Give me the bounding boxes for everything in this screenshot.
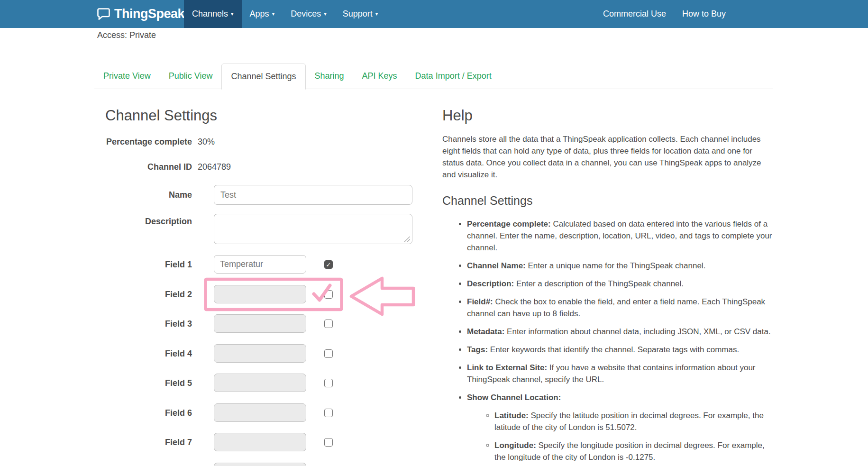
field-3-row: Field 3 bbox=[105, 314, 432, 333]
field-5-label: Field 5 bbox=[105, 374, 192, 393]
help-bullet-term: Description: bbox=[467, 279, 514, 288]
help-bullet-term: Tags: bbox=[467, 345, 488, 354]
tab-sharing[interactable]: Sharing bbox=[306, 64, 353, 89]
nav-item-how-to-buy[interactable]: How to Buy bbox=[674, 0, 734, 28]
channel-settings-form: Channel Settings Percentage complete 30%… bbox=[105, 103, 432, 466]
field-7-input bbox=[214, 433, 306, 451]
caret-down-icon: ▾ bbox=[375, 11, 378, 17]
help-bullet-sub-latitude: Latitude: Specify the latitude position … bbox=[494, 410, 773, 433]
field-3-checkbox[interactable] bbox=[324, 320, 333, 328]
help-bullet-term: Metadata: bbox=[467, 327, 504, 336]
field-2-row: Field 2 bbox=[105, 285, 432, 304]
field-1-input[interactable] bbox=[214, 255, 306, 274]
tab-public-view[interactable]: Public View bbox=[160, 64, 222, 89]
nav-item-channels[interactable]: Channels▾ bbox=[184, 0, 242, 28]
help-bullet-term: Channel Name: bbox=[467, 261, 526, 270]
help-bullet-tags: Tags: Enter keywords that identify the c… bbox=[467, 344, 773, 356]
navbar-right-menu: Commercial UseHow to Buy bbox=[595, 0, 734, 28]
field-4-input bbox=[214, 344, 306, 363]
nav-item-support[interactable]: Support▾ bbox=[335, 0, 386, 28]
help-bullet-term: Field#: bbox=[467, 297, 493, 306]
field-1-row: Field 1✓ bbox=[105, 255, 432, 274]
field-7-checkbox[interactable] bbox=[324, 438, 333, 447]
help-bullet-field: Field#: Check the box to enable the fiel… bbox=[467, 296, 773, 320]
tab-private-view[interactable]: Private View bbox=[94, 64, 160, 89]
help-title: Help bbox=[442, 107, 773, 124]
field-8-label: Field 8 bbox=[105, 463, 192, 466]
help-bullet-sub-term: Latitude: bbox=[494, 411, 529, 420]
field-1-checkbox[interactable]: ✓ bbox=[324, 260, 333, 269]
field-6-input bbox=[214, 403, 306, 422]
help-bullet-channel-name: Channel Name: Enter a unique name for th… bbox=[467, 260, 773, 272]
percentage-complete-label: Percentage complete bbox=[105, 136, 192, 148]
help-intro: Channels store all the data that a Thing… bbox=[442, 133, 773, 181]
navbar: ThingSpeak ™ Channels▾Apps▾Devices▾Suppo… bbox=[0, 0, 868, 28]
nav-item-label: Apps bbox=[250, 9, 269, 19]
nav-item-label: Devices bbox=[291, 9, 321, 19]
field-2-checkbox[interactable] bbox=[324, 290, 333, 299]
field-6-label: Field 6 bbox=[105, 403, 192, 422]
nav-item-apps[interactable]: Apps▾ bbox=[242, 0, 283, 28]
brand-text: ThingSpeak bbox=[114, 7, 184, 21]
tab-data-import-export[interactable]: Data Import / Export bbox=[406, 64, 501, 89]
tab-api-keys[interactable]: API Keys bbox=[353, 64, 406, 89]
caret-down-icon: ▾ bbox=[231, 11, 234, 17]
help-bullet-term: Show Channel Location: bbox=[467, 393, 561, 402]
description-row: Description bbox=[105, 214, 432, 244]
field-2-input bbox=[214, 285, 306, 303]
help-bullet-sub-longitude: Longitude: Specify the longitude positio… bbox=[494, 439, 773, 463]
field-1-label: Field 1 bbox=[105, 255, 192, 274]
brand-logo[interactable]: ThingSpeak ™ bbox=[97, 0, 191, 28]
textarea-resize-handle[interactable] bbox=[404, 237, 410, 242]
nav-item-devices[interactable]: Devices▾ bbox=[283, 0, 335, 28]
caret-down-icon: ▾ bbox=[272, 11, 275, 17]
help-section-title: Channel Settings bbox=[442, 194, 773, 208]
help-bullet-percentage-complete: Percentage complete: Calculated based on… bbox=[467, 218, 773, 254]
percentage-complete-value: 30% bbox=[198, 136, 215, 148]
tab-bar: Private ViewPublic ViewChannel SettingsS… bbox=[94, 64, 773, 89]
speech-bubble-icon bbox=[97, 8, 110, 20]
tab-channel-settings[interactable]: Channel Settings bbox=[221, 64, 305, 90]
field-4-row: Field 4 bbox=[105, 344, 432, 363]
channel-id-label: Channel ID bbox=[105, 161, 192, 173]
help-panel: Help Channels store all the data that a … bbox=[442, 103, 773, 466]
help-bullet-description: Description: Enter a description of the … bbox=[467, 278, 773, 290]
field-3-label: Field 3 bbox=[105, 314, 192, 333]
field-4-checkbox[interactable] bbox=[324, 349, 333, 358]
help-bullet-link-to-external-site: Link to External Site: If you have a web… bbox=[467, 362, 773, 385]
nav-item-label: Channels bbox=[192, 9, 228, 19]
access-status: Access: Private bbox=[97, 30, 156, 40]
help-bullet-term: Percentage complete: bbox=[467, 219, 551, 228]
field-8-row: Field 8 bbox=[105, 463, 432, 466]
help-bullet-show-channel-location: Show Channel Location:Latitude: Specify … bbox=[467, 392, 773, 463]
field-8-input bbox=[214, 463, 306, 466]
navbar-menu: Channels▾Apps▾Devices▾Support▾ bbox=[184, 0, 386, 28]
field-2-label: Field 2 bbox=[105, 285, 192, 304]
field-3-input bbox=[214, 314, 306, 333]
name-row: Name bbox=[105, 185, 432, 205]
field-7-label: Field 7 bbox=[105, 433, 192, 452]
field-5-row: Field 5 bbox=[105, 374, 432, 393]
field-6-row: Field 6 bbox=[105, 403, 432, 422]
nav-item-label: Support bbox=[343, 9, 373, 19]
field-7-row: Field 7 bbox=[105, 433, 432, 452]
description-input[interactable] bbox=[214, 214, 412, 244]
help-bullet-sub-term: Longitude: bbox=[494, 441, 536, 450]
field-4-label: Field 4 bbox=[105, 344, 192, 363]
percentage-complete-row: Percentage complete 30% bbox=[105, 136, 432, 148]
caret-down-icon: ▾ bbox=[324, 11, 327, 17]
field-5-checkbox[interactable] bbox=[324, 379, 333, 387]
nav-item-commercial-use[interactable]: Commercial Use bbox=[595, 0, 674, 28]
page-title: Channel Settings bbox=[105, 107, 217, 124]
field-5-input bbox=[214, 374, 306, 392]
name-label: Name bbox=[105, 185, 192, 205]
check-icon: ✓ bbox=[326, 262, 331, 268]
field-6-checkbox[interactable] bbox=[324, 409, 333, 417]
channel-id-value: 2064789 bbox=[198, 161, 231, 173]
help-bullet-metadata: Metadata: Enter information about channe… bbox=[467, 326, 773, 338]
channel-id-row: Channel ID 2064789 bbox=[105, 161, 432, 173]
help-bullet-term: Link to External Site: bbox=[467, 363, 547, 372]
description-label: Description bbox=[105, 217, 192, 227]
help-bullet-list: Percentage complete: Calculated based on… bbox=[442, 218, 773, 463]
name-input[interactable] bbox=[214, 185, 412, 205]
